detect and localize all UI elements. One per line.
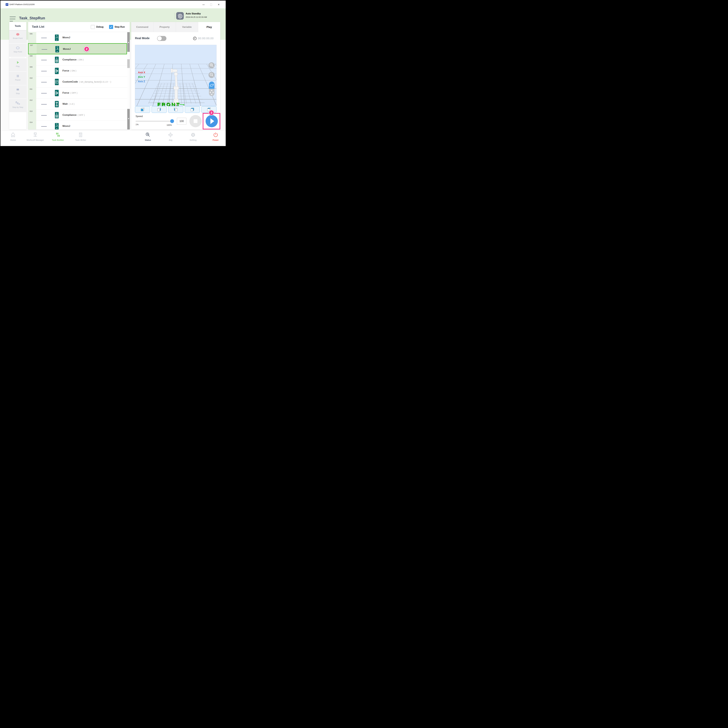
- tool-breakpoint-button[interactable]: Break Point: [9, 30, 26, 43]
- task-row-014[interactable]: 014‹›JMoveJ: [28, 121, 130, 130]
- tool-label: Stop: [9, 92, 26, 95]
- speed-slider-thumb[interactable]: [170, 119, 174, 123]
- scrollbar-thumb[interactable]: [127, 59, 130, 68]
- view-right-button[interactable]: [151, 106, 167, 113]
- command-label: Force( OFF ): [63, 92, 78, 94]
- menu-icon[interactable]: [10, 16, 16, 22]
- task-row-009[interactable]: 009Force( ON ): [28, 65, 130, 76]
- play-timer: 00:00:00.00: [198, 37, 214, 40]
- power-icon: [213, 135, 218, 138]
- command-label: Force( ON ): [63, 69, 76, 72]
- tab-command[interactable]: Command: [131, 22, 153, 32]
- clock-icon: [193, 37, 197, 41]
- tab-play[interactable]: Play: [198, 22, 220, 32]
- nav-label: Power: [213, 139, 219, 141]
- task-row-007[interactable]: 007‹›JMoveJ: [28, 43, 127, 54]
- nav-jog[interactable]: Jog: [168, 132, 173, 141]
- simulation-viewport[interactable]: Axis XAxis YAxis Z: [135, 45, 217, 106]
- command-param: ( OFF ): [70, 92, 77, 94]
- tab-property[interactable]: Property: [153, 22, 176, 32]
- task-row-013[interactable]: 013Compliance( OFF ): [28, 110, 130, 121]
- task-row-006[interactable]: 006‹›JMoveJ: [28, 32, 130, 43]
- maximize-button[interactable]: [209, 3, 213, 6]
- pan-view-button[interactable]: [209, 89, 214, 96]
- row-number: 011: [30, 88, 32, 90]
- row-number: 013: [30, 110, 32, 112]
- nav-task-builder[interactable]: Task Builder: [52, 132, 64, 141]
- tool-label: Break Point: [9, 37, 26, 39]
- skippoint-icon: [16, 46, 20, 50]
- right-panel: CommandPropertyVariablePlay Real Mode 00…: [131, 22, 220, 130]
- step-run-checkbox[interactable]: ✓: [109, 25, 113, 29]
- movej-command-icon: ‹›J: [55, 46, 59, 52]
- stop-playback-button[interactable]: [190, 115, 202, 127]
- scroll-down-button[interactable]: [127, 109, 130, 130]
- task-row-010[interactable]: 010CustomCode( set_damping_factor([1.0,1…: [28, 76, 130, 87]
- tree-branch: [41, 104, 47, 104]
- robot-status-icon[interactable]: [176, 12, 184, 20]
- window-title: DART-Platform GV02110200: [9, 3, 35, 6]
- nav-power[interactable]: Power: [213, 132, 219, 141]
- play-icon: [16, 61, 20, 65]
- nav-label: Home: [10, 139, 16, 141]
- task-row-011[interactable]: 011Force( OFF ): [28, 87, 130, 99]
- stepbystep-icon: [15, 101, 20, 105]
- task-row-012[interactable]: 012Wait( 1.0 ): [28, 99, 130, 110]
- speed-slider-track[interactable]: [136, 121, 173, 122]
- real-mode-toggle[interactable]: [157, 36, 167, 41]
- view-iso-button[interactable]: [185, 106, 200, 113]
- breakpoint-icon: [16, 33, 20, 37]
- row-number-cell: 012: [28, 99, 36, 110]
- dart-logo-icon: D: [6, 3, 8, 6]
- nav-task-writer[interactable]: Task Writer: [75, 132, 86, 141]
- status-icon: [145, 135, 151, 138]
- minimize-button[interactable]: —: [201, 3, 206, 6]
- workcell-icon: [33, 135, 38, 138]
- tool-stepbystep-button[interactable]: Step by Step: [9, 99, 26, 112]
- scroll-up-button[interactable]: [127, 32, 130, 52]
- row-number-cell: 013: [28, 110, 36, 121]
- task-row-008[interactable]: 008Compliance( ON ): [28, 54, 130, 65]
- dart-platform-window: D DART-Platform GV02110200 — ✕ Task_Step…: [0, 0, 226, 147]
- nav-home[interactable]: Home: [10, 132, 16, 141]
- tree-branch: [41, 126, 47, 127]
- speed-min-label: 1%: [136, 123, 138, 125]
- tool-label: Pause: [9, 79, 26, 81]
- axis-legend: Axis XAxis YAxis Z: [138, 71, 145, 85]
- row-number-cell: 011: [28, 87, 36, 98]
- nav-status[interactable]: Status: [145, 132, 151, 141]
- tool-stop-button[interactable]: Stop: [9, 85, 26, 99]
- command-label: MoveJ: [63, 125, 70, 127]
- speed-value-field[interactable]: 100: [177, 118, 187, 125]
- command-label: Compliance( OFF ): [63, 113, 85, 116]
- tree-branch: [41, 115, 47, 116]
- task-scrollbar[interactable]: [127, 32, 130, 130]
- tool-play-button[interactable]: Play: [9, 58, 26, 72]
- view-left-button[interactable]: [168, 106, 183, 113]
- rotate-view-button[interactable]: [209, 81, 214, 89]
- debug-checkbox[interactable]: [91, 25, 95, 29]
- task-list-panel: Task List Debug ✓ Step Run 006‹›JMoveJ00…: [28, 22, 130, 130]
- right-panel-tabs: CommandPropertyVariablePlay: [131, 22, 220, 32]
- tool-label: Step by Step: [9, 106, 26, 108]
- row-number: 008: [30, 55, 32, 57]
- command-label: MoveJ: [63, 47, 70, 50]
- tools-title: Tools: [9, 22, 26, 30]
- zoom-in-button[interactable]: [208, 62, 215, 69]
- compliance-command-icon: [55, 112, 59, 118]
- tool-pause-button[interactable]: Pause: [9, 72, 26, 85]
- task-list-title: Task List: [32, 25, 44, 28]
- close-button[interactable]: ✕: [217, 3, 221, 6]
- tool-skippoint-button[interactable]: Skip Point: [9, 44, 26, 57]
- view-front-button[interactable]: [135, 106, 150, 113]
- axis-label: Axis Y: [138, 76, 145, 78]
- bottom-navigation: HomeWorkcell ManagerTask BuilderTask Wri…: [0, 130, 226, 146]
- nav-setting[interactable]: Setting: [190, 132, 196, 141]
- tool-label: Play: [9, 65, 26, 67]
- zoom-out-button[interactable]: [208, 72, 215, 78]
- tab-variable[interactable]: Variable: [176, 22, 198, 32]
- compliance-command-icon: [55, 57, 59, 63]
- taskbuilder-icon: [55, 135, 61, 138]
- tools-panel: Tools Break PointSkip PointPlayPauseStop…: [9, 22, 26, 130]
- nav-workcell-manager[interactable]: Workcell Manager: [26, 132, 44, 141]
